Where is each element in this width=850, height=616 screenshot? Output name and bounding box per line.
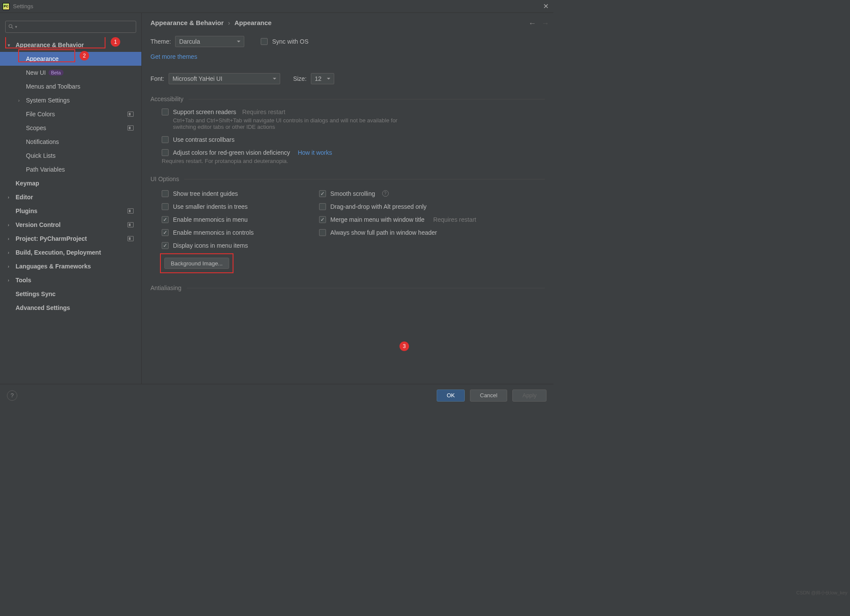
tree-label: Build, Execution, Deployment [16,249,101,256]
sidebar: ▾ ▾Appearance & Behavior 1 Appearance 2 … [0,13,142,384]
tree-appearance-behavior[interactable]: ▾Appearance & Behavior [0,38,141,52]
theme-select[interactable]: Darcula [175,36,244,47]
tree-label: Appearance & Behavior [16,41,84,48]
smooth-checkbox[interactable] [319,190,326,197]
project-icon [128,208,134,214]
tree-notifications[interactable]: Notifications [0,135,141,149]
search-icon [8,24,14,30]
svg-line-1 [12,27,13,29]
beta-badge: Beta [48,70,64,76]
contrast-label: Use contrast scrollbars [173,136,234,143]
dnd-alt-checkbox[interactable] [319,203,326,210]
apply-button[interactable]: Apply [512,389,546,402]
tree-indent-checkbox[interactable] [162,190,169,197]
bg-image-label: Background Image... [171,260,223,267]
tree-editor[interactable]: ›Editor [0,190,141,204]
tree-label: Scopes [26,124,46,131]
annotation-badge-2: 2 [80,51,89,61]
font-select[interactable]: Microsoft YaHei UI [169,73,280,84]
tree-label: Project: PyCharmProject [16,235,87,242]
back-icon[interactable]: ← [528,19,536,28]
tree-langs[interactable]: ›Languages & Frameworks [0,259,141,273]
tree-system-settings[interactable]: ›System Settings [0,93,141,107]
size-value: 12 [315,75,322,82]
tree-label: Settings Sync [16,290,56,297]
tree-indent-label: Show tree indent guides [173,190,238,197]
screen-readers-sub: Ctrl+Tab and Ctrl+Shift+Tab will navigat… [173,117,398,130]
tree-advanced[interactable]: ›Advanced Settings [0,301,141,315]
screen-readers-label: Support screen readers [173,109,236,115]
how-it-works-link[interactable]: How it works [298,149,332,156]
tree-label: Tools [16,277,31,284]
theme-label: Theme: [150,38,171,45]
cancel-button[interactable]: Cancel [470,389,507,402]
ok-label: OK [447,392,455,399]
screen-readers-checkbox[interactable] [162,109,169,115]
help-icon[interactable]: ? [382,190,389,197]
close-icon[interactable]: ✕ [540,2,551,10]
app-icon: PC [3,3,10,10]
forward-icon: → [541,19,549,28]
display-icons-checkbox[interactable] [162,242,169,249]
tree-label: Menus and Toolbars [26,83,80,90]
project-icon [128,112,134,117]
background-image-button[interactable]: Background Image... [164,258,229,269]
window-title: Settings [13,3,33,10]
tree-build[interactable]: ›Build, Execution, Deployment [0,246,141,259]
tree-plugins[interactable]: ›Plugins [0,204,141,218]
tree-label: Appearance [26,55,59,62]
tree-menus-toolbars[interactable]: Menus and Toolbars [0,80,141,93]
full-path-checkbox[interactable] [319,229,326,236]
tree-label: Quick Lists [26,152,55,159]
tree-appearance[interactable]: Appearance [0,52,141,66]
size-label: Size: [293,75,307,82]
dnd-alt-label: Drag-and-drop with Alt pressed only [330,203,427,210]
merge-menu-hint: Requires restart [433,216,476,223]
requires-restart-hint: Requires restart [242,109,285,115]
display-icons-label: Display icons in menu items [173,242,248,249]
project-icon [128,236,134,241]
crumb-parent[interactable]: Appearance & Behavior [150,19,224,26]
mnemonics-menu-checkbox[interactable] [162,216,169,223]
adjust-colors-checkbox[interactable] [162,149,169,156]
tree-scopes[interactable]: Scopes [0,121,141,135]
tree-new-ui[interactable]: New UIBeta [0,66,141,80]
tree-keymap[interactable]: ›Keymap [0,176,141,190]
tree-label: Version Control [16,221,61,228]
tree-label: Advanced Settings [16,304,70,311]
tree-project[interactable]: ›Project: PyCharmProject [0,232,141,246]
tree-file-colors[interactable]: File Colors [0,107,141,121]
tree-label: New UI [26,69,46,76]
contrast-checkbox[interactable] [162,136,169,143]
help-button[interactable]: ? [7,390,17,401]
antialiasing-title: Antialiasing [150,284,182,291]
tree-path-variables[interactable]: Path Variables [0,163,141,176]
get-themes-link[interactable]: Get more themes [150,53,197,60]
mnemonics-controls-checkbox[interactable] [162,229,169,236]
tree-quick-lists[interactable]: Quick Lists [0,149,141,163]
tree-label: Languages & Frameworks [16,263,91,270]
smaller-indents-label: Use smaller indents in trees [173,203,248,210]
size-select[interactable]: 12 [311,73,334,84]
ok-button[interactable]: OK [437,389,465,402]
tree-tools[interactable]: ›Tools [0,273,141,287]
theme-value: Darcula [179,38,200,45]
search-input[interactable]: ▾ [5,21,136,33]
smooth-label: Smooth scrolling [330,190,375,197]
ui-options-title: UI Options [150,176,179,182]
mnemonics-controls-label: Enable mnemonics in controls [173,229,254,236]
merge-menu-checkbox[interactable] [319,216,326,223]
smaller-indents-checkbox[interactable] [162,203,169,210]
mnemonics-menu-label: Enable mnemonics in menu [173,216,248,223]
cancel-label: Cancel [480,392,497,399]
adjust-colors-sub: Requires restart. For protanopia and deu… [162,158,332,164]
svg-point-0 [9,25,12,28]
accessibility-title: Accessibility [150,96,183,102]
sync-os-label: Sync with OS [272,38,308,45]
sync-os-checkbox[interactable] [261,38,268,45]
full-path-label: Always show full path in window header [330,229,437,236]
tree-label: Notifications [26,138,59,145]
tree-settings-sync[interactable]: ›Settings Sync [0,287,141,301]
tree-label: Keymap [16,180,39,187]
tree-version-control[interactable]: ›Version Control [0,218,141,232]
